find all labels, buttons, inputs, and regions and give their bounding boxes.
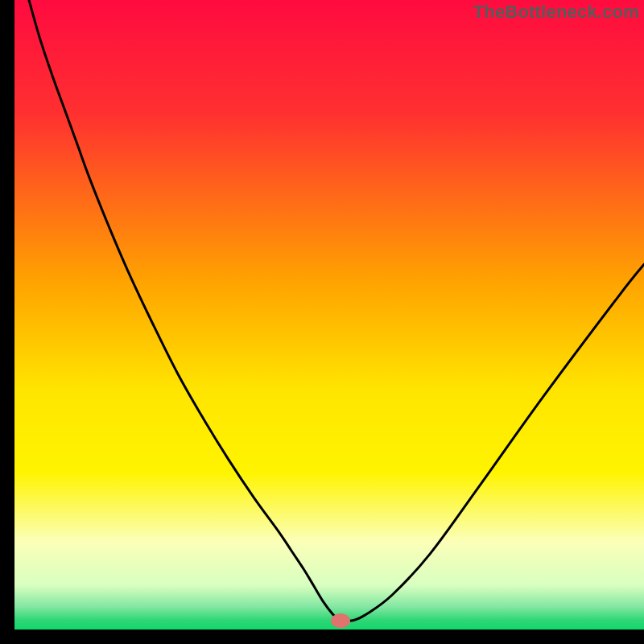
chart-container: TheBottleneck.com [0,0,644,644]
watermark-text: TheBottleneck.com [473,2,639,23]
x-axis-border [0,630,644,644]
optimal-point-marker [331,613,350,628]
plot-area [14,0,644,630]
y-axis-border [0,0,14,644]
bottleneck-chart [0,0,644,644]
